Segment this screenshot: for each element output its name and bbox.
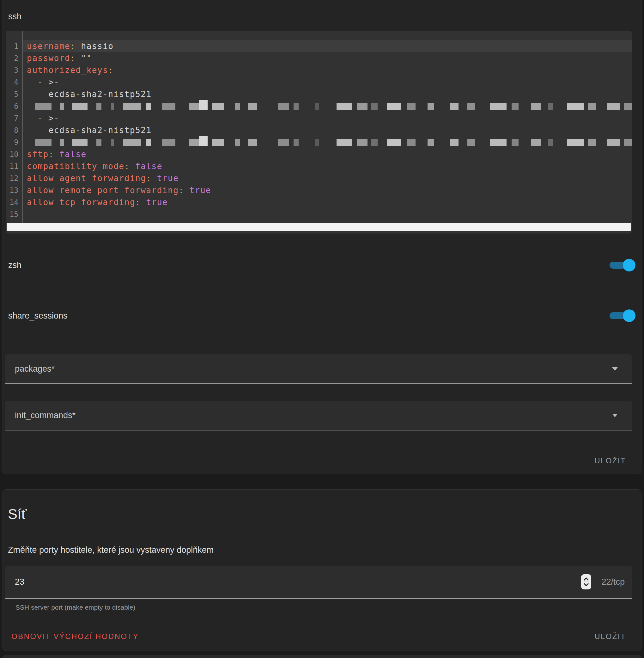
dropdown-caret-icon — [612, 414, 618, 417]
ssh-port-input[interactable]: 23 22/tcp — [5, 566, 632, 598]
line-number: 6 — [6, 100, 22, 112]
line-number-gutter: 123456789101112131415 — [6, 31, 23, 223]
code-line-3: authorized_keys: — [23, 64, 632, 76]
redacted-key-blur — [35, 136, 632, 148]
packages-select-label: packages* — [15, 354, 55, 383]
line-number: 10 — [6, 148, 22, 160]
stepper-up-icon[interactable] — [583, 577, 589, 581]
code-content[interactable]: username: hassiopassword: ""authorized_k… — [23, 31, 632, 223]
line-number: 4 — [6, 76, 22, 88]
card-actions-divider — [3, 621, 641, 621]
yaml-editor[interactable]: 123456789101112131415 username: hassiopa… — [6, 31, 632, 233]
redacted-key-blur — [35, 100, 632, 112]
code-line-4: - >- — [23, 76, 632, 88]
code-line-13: allow_remote_port_forwarding: true — [23, 184, 632, 196]
packages-select[interactable]: packages* — [5, 354, 632, 384]
code-line-11: compatibility_mode: false — [23, 160, 632, 172]
share-sessions-toggle-label: share_sessions — [8, 311, 68, 320]
line-number: 8 — [6, 124, 22, 136]
reset-defaults-button[interactable]: OBNOVIT VÝCHOZÍ HODNOTY — [12, 630, 139, 643]
port-value[interactable]: 23 — [15, 566, 24, 598]
stepper-down-icon[interactable] — [583, 583, 589, 586]
code-line-10: sftp: false — [23, 148, 632, 160]
toggle-thumb — [623, 259, 636, 271]
code-line-5: ecdsa-sha2-nistp521 — [23, 88, 632, 100]
line-number: 13 — [6, 184, 22, 196]
editor-horizontal-scrollbar[interactable] — [6, 223, 632, 233]
code-line-8: ecdsa-sha2-nistp521 — [23, 124, 632, 136]
network-section-description: Změňte porty hostitele, které jsou vysta… — [8, 545, 214, 555]
line-number: 15 — [6, 208, 22, 220]
next-card-top-edge — [2, 655, 642, 658]
line-number: 7 — [6, 112, 22, 124]
code-line-12: allow_agent_forwarding: true — [23, 172, 632, 184]
share-sessions-toggle[interactable] — [610, 308, 636, 323]
card-actions-divider — [3, 446, 641, 446]
line-number: 3 — [6, 64, 22, 76]
code-line-2: password: "" — [23, 52, 632, 64]
init-commands-select-label: init_commands* — [15, 401, 75, 430]
line-number: 2 — [6, 52, 22, 64]
code-line-7: - >- — [23, 112, 632, 124]
line-number: 9 — [6, 136, 22, 148]
line-number: 1 — [6, 40, 22, 52]
line-number: 11 — [6, 160, 22, 172]
line-number: 14 — [6, 196, 22, 208]
network-section-title: Síť — [8, 506, 26, 522]
toggle-thumb — [623, 310, 636, 322]
code-line-15 — [23, 208, 632, 220]
zsh-toggle[interactable] — [610, 257, 636, 273]
ssh-field-label: ssh — [8, 12, 22, 22]
code-line-1: username: hassio — [23, 40, 632, 52]
init-commands-select[interactable]: init_commands* — [5, 401, 632, 430]
line-number: 12 — [6, 172, 22, 184]
code-line-6 — [23, 100, 632, 112]
addon-config-page: ssh 123456789101112131415 username: hass… — [0, 0, 644, 658]
network-card: Síť Změňte porty hostitele, které jsou v… — [2, 489, 642, 651]
zsh-toggle-label: zsh — [8, 261, 22, 270]
editor-code-area[interactable]: 123456789101112131415 username: hassiopa… — [6, 31, 632, 223]
stepper-seam — [584, 582, 589, 582]
port-helper-text: SSH server port (make empty to disable) — [16, 604, 135, 611]
line-number: 5 — [6, 88, 22, 100]
save-network-button[interactable]: ULOŽIT — [594, 630, 626, 643]
number-stepper[interactable] — [581, 574, 591, 589]
save-config-button[interactable]: ULOŽIT — [594, 454, 626, 467]
scrollbar-thumb[interactable] — [7, 223, 631, 231]
code-line-14: allow_tcp_forwarding: true — [23, 196, 632, 208]
container-port-label: 22/tcp — [601, 566, 625, 598]
configuration-card: ssh 123456789101112131415 username: hass… — [2, 0, 642, 474]
code-line-9 — [23, 136, 632, 148]
dropdown-caret-icon — [612, 367, 618, 371]
